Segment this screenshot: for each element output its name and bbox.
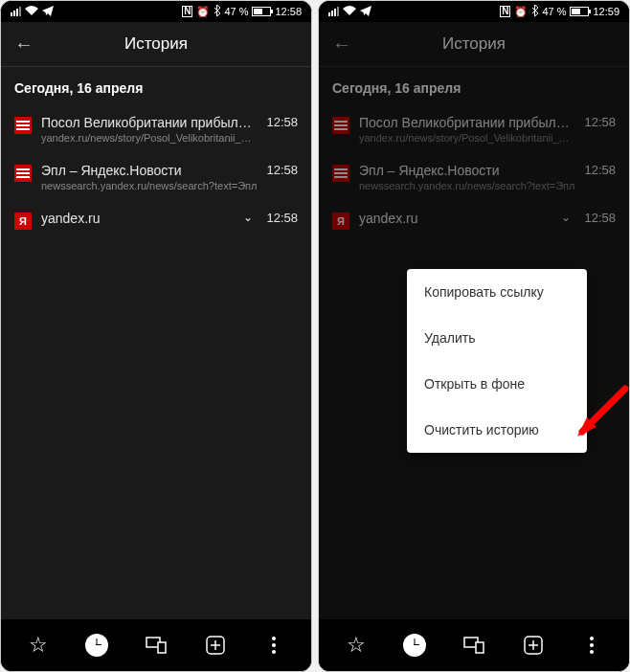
app-header: ← История	[319, 22, 629, 66]
page-title: История	[1, 34, 311, 54]
devices-tab[interactable]	[139, 628, 173, 662]
signal-icon	[11, 7, 21, 16]
telegram-icon	[360, 6, 371, 18]
wifi-icon	[343, 6, 356, 17]
item-time: 12:58	[266, 163, 298, 177]
dots-icon	[590, 637, 594, 654]
bottom-nav: ☆	[319, 619, 629, 671]
date-header: Сегодня, 16 апреля	[1, 66, 311, 105]
page-title: История	[319, 34, 629, 54]
item-body: Эпл – Яндекс.Новости newssearch.yandex.r…	[359, 163, 574, 191]
item-body: Эпл – Яндекс.Новости newssearch.yandex.r…	[41, 163, 257, 191]
wifi-icon	[25, 6, 38, 17]
item-time: 12:58	[584, 163, 616, 177]
history-item[interactable]: Я yandex.ru ⌄ 12:58	[1, 201, 311, 239]
item-title: Эпл – Яндекс.Новости	[41, 163, 257, 178]
item-url: yandex.ru/news/story/Posol_Velikobritani…	[41, 132, 257, 144]
clock-time: 12:58	[275, 6, 302, 17]
history-item[interactable]: Посол Великобритании прибыла в ро... yan…	[1, 105, 311, 153]
history-item[interactable]: Посол Великобритании прибыла в ро... yan…	[319, 105, 629, 153]
phone-inner: N ⏰ 47 % 12:58 ← История Сегодня, 16 апр…	[1, 1, 311, 671]
newtab-tab[interactable]	[516, 628, 551, 662]
item-title: Посол Великобритании прибыла в ро...	[41, 115, 257, 130]
signal-icon	[328, 7, 339, 16]
battery-icon	[570, 7, 589, 16]
date-header: Сегодня, 16 апреля	[319, 66, 629, 105]
nfc-icon: N	[500, 6, 510, 17]
item-title: yandex.ru	[359, 211, 551, 226]
status-left	[328, 6, 371, 18]
alarm-icon: ⏰	[196, 6, 210, 18]
item-title: Посол Великобритании прибыла в ро...	[359, 115, 574, 130]
item-body: yandex.ru	[41, 211, 234, 226]
menu-tab[interactable]	[574, 628, 609, 662]
news-icon	[332, 117, 349, 134]
item-body: Посол Великобритании прибыла в ро... yan…	[359, 115, 574, 144]
svg-rect-4	[476, 642, 484, 653]
menu-delete[interactable]: Удалить	[407, 315, 587, 361]
menu-open-background[interactable]: Открыть в фоне	[407, 361, 587, 407]
dots-icon	[272, 637, 276, 654]
annotation-arrow-icon	[573, 384, 629, 441]
screenshot-right: N ⏰ 47 % 12:59 ← История Сегодня, 16 апр…	[318, 0, 630, 672]
yandex-icon: Я	[14, 213, 32, 230]
bookmarks-tab[interactable]: ☆	[339, 628, 373, 662]
chevron-down-icon: ⌄	[561, 211, 571, 224]
context-menu: Копировать ссылку Удалить Открыть в фоне…	[407, 269, 587, 453]
chevron-down-icon: ⌄	[243, 211, 253, 224]
history-item[interactable]: Я yandex.ru ⌄ 12:58	[319, 201, 629, 239]
news-icon	[14, 165, 32, 182]
history-item[interactable]: Эпл – Яндекс.Новости newssearch.yandex.r…	[319, 153, 629, 201]
news-icon	[332, 165, 349, 182]
history-item[interactable]: Эпл – Яндекс.Новости newssearch.yandex.r…	[1, 153, 311, 201]
status-bar: N ⏰ 47 % 12:58	[1, 1, 311, 22]
screenshot-left: N ⏰ 47 % 12:58 ← История Сегодня, 16 апр…	[0, 0, 312, 672]
news-icon	[14, 117, 32, 134]
battery-percent: 47 %	[542, 6, 566, 17]
bookmarks-tab[interactable]: ☆	[21, 628, 56, 662]
telegram-icon	[42, 6, 54, 18]
history-tab[interactable]	[79, 628, 114, 662]
nfc-icon: N	[182, 6, 192, 17]
alarm-icon: ⏰	[514, 6, 528, 18]
item-title: yandex.ru	[41, 211, 234, 226]
battery-percent: 47 %	[224, 6, 248, 17]
item-url: yandex.ru/news/story/Posol_Velikobritani…	[359, 132, 574, 144]
item-body: yandex.ru	[359, 211, 551, 226]
item-url: newssearch.yandex.ru/news/search?text=Эп…	[359, 180, 574, 191]
svg-rect-1	[158, 642, 166, 653]
history-content: Сегодня, 16 апреля Посол Великобритании …	[1, 66, 311, 619]
yandex-icon: Я	[332, 213, 349, 230]
status-bar: N ⏰ 47 % 12:59	[319, 1, 629, 22]
status-right: N ⏰ 47 % 12:59	[500, 5, 619, 18]
history-tab[interactable]	[397, 628, 432, 662]
item-time: 12:58	[584, 115, 616, 129]
newtab-tab[interactable]	[198, 628, 233, 662]
app-header: ← История	[1, 22, 311, 66]
item-time: 12:58	[266, 211, 298, 225]
status-left	[11, 6, 54, 18]
bluetooth-icon	[214, 5, 220, 18]
bottom-nav: ☆	[1, 619, 311, 671]
menu-tab[interactable]	[257, 628, 291, 662]
bluetooth-icon	[531, 5, 538, 18]
battery-icon	[252, 7, 271, 16]
clock-icon	[403, 634, 426, 657]
item-time: 12:58	[266, 115, 298, 129]
item-time: 12:58	[584, 211, 616, 225]
item-title: Эпл – Яндекс.Новости	[359, 163, 574, 178]
item-url: newssearch.yandex.ru/news/search?text=Эп…	[41, 180, 257, 191]
menu-clear-history[interactable]: Очистить историю	[407, 407, 587, 453]
clock-icon	[85, 634, 108, 657]
status-right: N ⏰ 47 % 12:58	[182, 5, 302, 18]
clock-time: 12:59	[593, 6, 619, 17]
menu-copy-link[interactable]: Копировать ссылку	[407, 269, 587, 315]
phone-inner: N ⏰ 47 % 12:59 ← История Сегодня, 16 апр…	[319, 1, 629, 671]
item-body: Посол Великобритании прибыла в ро... yan…	[41, 115, 257, 144]
devices-tab[interactable]	[457, 628, 491, 662]
